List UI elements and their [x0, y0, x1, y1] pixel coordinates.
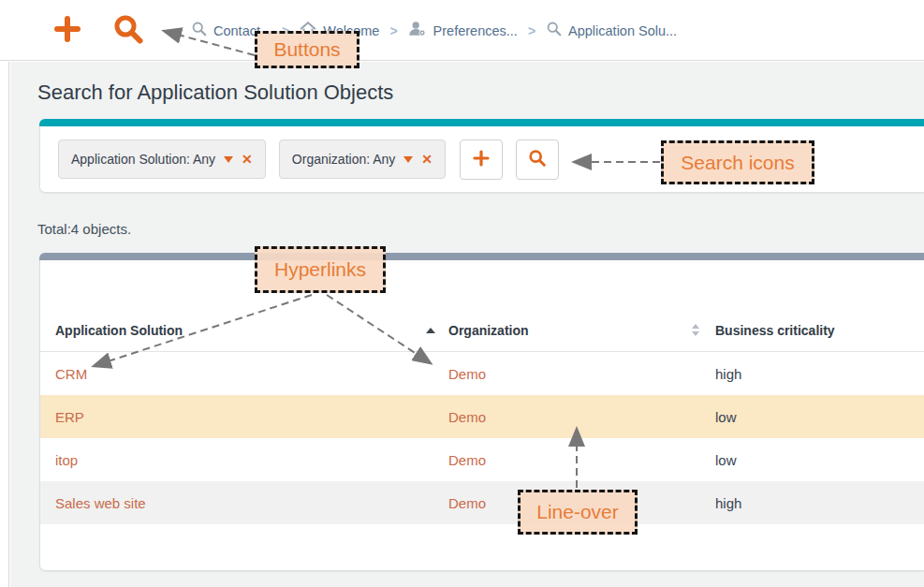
table-header-row: Application Solution Organization Busine… — [40, 309, 924, 352]
annotation-label: Buttons — [273, 38, 340, 61]
table-row-hovered[interactable]: ERP Demo low — [40, 395, 924, 438]
application-solution-link[interactable]: ERP — [55, 409, 84, 425]
filter-chip-application-solution[interactable]: Application Solution: Any ✕ — [58, 139, 266, 179]
table-row[interactable]: itop Demo low — [40, 438, 924, 481]
top-toolbar: Contact... > Welcome > Preferences... > — [0, 0, 924, 61]
application-solution-link[interactable]: CRM — [55, 366, 87, 382]
panel-accent-bar — [39, 253, 924, 260]
breadcrumb-item-application-solution[interactable]: Application Solu... — [546, 21, 677, 40]
results-table: Application Solution Organization Busine… — [40, 309, 924, 524]
panel-accent-bar — [39, 119, 924, 126]
results-panel: Application Solution Organization Busine… — [39, 253, 924, 571]
column-header-organization[interactable]: Organization — [448, 323, 712, 338]
sort-toggle-icon[interactable] — [692, 324, 699, 336]
organization-link[interactable]: Demo — [448, 366, 486, 382]
chevron-down-icon[interactable] — [403, 156, 413, 163]
chevron-right-icon: > — [388, 23, 399, 38]
column-header-application-solution[interactable]: Application Solution — [40, 323, 448, 338]
business-criticality-value: high — [715, 495, 741, 511]
column-header-label: Business criticality — [715, 323, 835, 338]
results-total: Total:4 objects. — [37, 221, 131, 237]
annotation-label: Search icons — [681, 152, 794, 174]
organization-link[interactable]: Demo — [448, 452, 486, 468]
chevron-down-icon[interactable] — [224, 156, 233, 163]
column-header-label: Application Solution — [55, 323, 183, 338]
business-criticality-value: low — [715, 409, 737, 425]
filter-chip-organization[interactable]: Organization: Any ✕ — [279, 139, 446, 179]
user-gear-icon — [408, 21, 427, 41]
organization-link[interactable]: Demo — [448, 409, 486, 425]
business-criticality-value: low — [715, 452, 737, 468]
table-row[interactable]: CRM Demo high — [40, 352, 924, 395]
chevron-right-icon: > — [526, 23, 537, 38]
remove-filter-icon[interactable]: ✕ — [421, 153, 433, 166]
annotation-label: Hyperlinks — [274, 258, 366, 281]
run-search-button[interactable] — [516, 139, 559, 180]
sort-ascending-icon[interactable] — [426, 328, 435, 333]
annotation-line-over: Line-over — [518, 490, 638, 535]
annotation-hyperlinks: Hyperlinks — [255, 246, 386, 293]
search-icon — [112, 13, 144, 48]
search-icon — [546, 21, 562, 40]
collapsed-sidebar[interactable] — [0, 62, 9, 587]
add-criterion-button[interactable] — [460, 139, 503, 180]
column-header-label: Organization — [448, 323, 529, 338]
new-object-button[interactable] — [51, 13, 84, 47]
table-row[interactable]: Sales web site Demo high — [40, 481, 924, 524]
column-header-business-criticality[interactable]: Business criticality — [712, 323, 924, 338]
application-solution-link[interactable]: itop — [55, 452, 78, 468]
global-search-button[interactable] — [111, 13, 145, 47]
breadcrumb-item-preferences[interactable]: Preferences... — [408, 21, 518, 41]
breadcrumb-label: Application Solu... — [568, 23, 677, 38]
remove-filter-icon[interactable]: ✕ — [242, 153, 253, 166]
search-icon — [191, 21, 207, 40]
organization-link[interactable]: Demo — [448, 495, 486, 511]
plus-icon — [53, 15, 81, 46]
annotation-buttons: Buttons — [255, 31, 359, 68]
search-icon — [528, 149, 547, 170]
breadcrumb-label: Preferences... — [433, 23, 518, 38]
business-criticality-value: high — [715, 366, 741, 382]
annotation-search-icons: Search icons — [661, 140, 814, 184]
screen: Contact... > Welcome > Preferences... > — [0, 0, 924, 587]
results-panel-body: Application Solution Organization Busine… — [39, 260, 924, 571]
annotation-label: Line-over — [536, 501, 619, 523]
plus-icon — [473, 150, 490, 169]
application-solution-link[interactable]: Sales web site — [55, 495, 146, 511]
filter-chip-label: Application Solution: Any — [71, 152, 215, 167]
page-title: Search for Application Solution Objects — [37, 81, 393, 105]
filter-chip-label: Organization: Any — [292, 152, 396, 167]
